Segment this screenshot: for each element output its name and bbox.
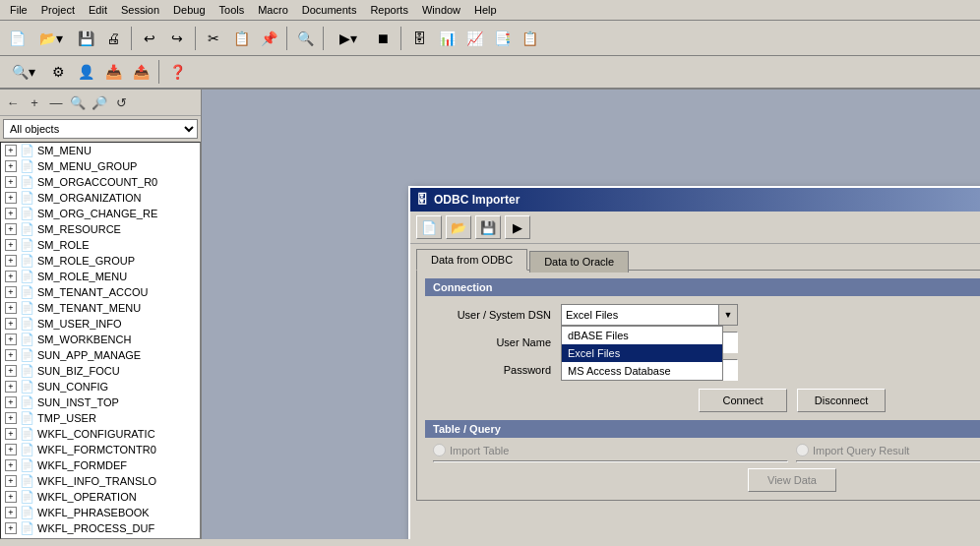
import-query-listbox[interactable] bbox=[796, 460, 980, 462]
dialog-open-btn[interactable]: 📂 bbox=[446, 215, 471, 239]
list-item[interactable]: +📄WKFL_PHRASEBOOK bbox=[1, 505, 200, 520]
dialog-run-btn[interactable]: ▶ bbox=[505, 215, 530, 239]
panel-search-btn[interactable]: 🔍 bbox=[68, 92, 88, 112]
panel-filter-btn[interactable]: 🔎 bbox=[90, 92, 109, 112]
option-access[interactable]: MS Access Database bbox=[562, 362, 722, 380]
list-item[interactable]: +📄SM_WORKBENCH bbox=[1, 332, 200, 347]
stop-button[interactable]: ⏹ bbox=[370, 26, 396, 51]
list-item[interactable]: +📄WKFL_CONFIGURATIC bbox=[1, 426, 200, 442]
tree-toggle[interactable]: + bbox=[5, 381, 17, 393]
list-item[interactable]: +📄SM_USER_INFO bbox=[1, 316, 200, 332]
tree-toggle[interactable]: + bbox=[5, 412, 17, 424]
tree-toggle[interactable]: + bbox=[5, 160, 17, 172]
panel-remove-btn[interactable]: — bbox=[46, 92, 66, 112]
dialog-save-btn[interactable]: 💾 bbox=[475, 215, 501, 239]
list-item[interactable]: +📄SUN_CONFIG bbox=[1, 379, 200, 394]
list-item[interactable]: +📄SM_RESOURCE bbox=[1, 221, 200, 237]
tree-toggle[interactable]: + bbox=[5, 459, 17, 471]
tab-data-to-oracle[interactable]: Data to Oracle bbox=[529, 251, 629, 273]
undo-button[interactable]: ↩ bbox=[137, 26, 162, 51]
tree-toggle[interactable]: + bbox=[5, 475, 17, 487]
menu-edit[interactable]: Edit bbox=[83, 2, 113, 18]
tree-toggle[interactable]: + bbox=[5, 522, 17, 534]
cut-button[interactable]: ✂ bbox=[201, 26, 226, 51]
menu-tools[interactable]: Tools bbox=[214, 2, 251, 18]
new-button[interactable]: 📄 bbox=[4, 26, 30, 51]
db-tool1[interactable]: 🗄 bbox=[406, 26, 432, 51]
menu-macro[interactable]: Macro bbox=[252, 2, 294, 18]
list-item[interactable]: +📄SM_ORG_CHANGE_RE bbox=[1, 206, 200, 221]
panel-refresh-btn[interactable]: ↺ bbox=[111, 92, 131, 112]
list-item[interactable]: +📄SM_MENU_GROUP bbox=[1, 158, 200, 174]
tree-toggle[interactable]: + bbox=[5, 396, 17, 408]
tree-toggle[interactable]: + bbox=[5, 491, 17, 503]
list-item[interactable]: +📄WKFL_FORMDEF bbox=[1, 457, 200, 473]
menu-reports[interactable]: Reports bbox=[364, 2, 414, 18]
tree-toggle[interactable]: + bbox=[5, 255, 17, 267]
list-item[interactable]: +📄SM_ROLE_GROUP bbox=[1, 253, 200, 269]
tree-toggle[interactable]: + bbox=[5, 286, 17, 298]
list-item[interactable]: +📄WKFL_FORMCTONTR0 bbox=[1, 442, 200, 457]
db-tool5[interactable]: 📋 bbox=[517, 26, 542, 51]
objects-list[interactable]: +📄SM_MENU +📄SM_MENU_GROUP +📄SM_ORGACCOUN… bbox=[0, 142, 201, 539]
run-dropdown[interactable]: ▶▾ bbox=[329, 26, 368, 51]
menu-project[interactable]: Project bbox=[35, 2, 81, 18]
redo-button[interactable]: ↪ bbox=[164, 26, 190, 51]
open-button[interactable]: 📂▾ bbox=[31, 26, 71, 51]
save-button[interactable]: 💾 bbox=[73, 26, 98, 51]
paste-button[interactable]: 📌 bbox=[256, 26, 281, 51]
tree-toggle[interactable]: + bbox=[5, 192, 17, 204]
settings-btn[interactable]: ⚙ bbox=[45, 59, 71, 85]
help-btn[interactable]: ❓ bbox=[164, 59, 190, 85]
objects-dropdown[interactable]: All objects bbox=[3, 119, 198, 139]
list-item[interactable]: +📄SM_ROLE bbox=[1, 237, 200, 253]
list-item[interactable]: +📄WKFL_OPERATION bbox=[1, 489, 200, 505]
tree-toggle[interactable]: + bbox=[5, 302, 17, 314]
view-data-button[interactable]: View Data bbox=[748, 468, 836, 492]
search-btn[interactable]: 🔍▾ bbox=[4, 59, 43, 85]
list-item[interactable]: +📄SM_ROLE_MENU bbox=[1, 269, 200, 284]
dsn-dropdown-list[interactable]: dBASE Files Excel Files MS Access Databa… bbox=[561, 326, 723, 381]
import-query-radio[interactable] bbox=[796, 444, 809, 456]
menu-help[interactable]: Help bbox=[468, 2, 503, 18]
import-table-listbox[interactable] bbox=[433, 460, 788, 462]
export-btn[interactable]: 📤 bbox=[128, 59, 153, 85]
dialog-new-btn[interactable]: 📄 bbox=[416, 215, 442, 239]
list-item[interactable]: +📄SM_MENU bbox=[1, 143, 200, 158]
tree-toggle[interactable]: + bbox=[5, 507, 17, 518]
list-item[interactable]: +📄SUN_BIZ_FOCU bbox=[1, 363, 200, 379]
tab-data-from-odbc[interactable]: Data from ODBC bbox=[416, 249, 527, 271]
copy-button[interactable]: 📋 bbox=[228, 26, 254, 51]
import-btn[interactable]: 📥 bbox=[100, 59, 126, 85]
tree-toggle[interactable]: + bbox=[5, 271, 17, 282]
tree-toggle[interactable]: + bbox=[5, 145, 17, 156]
tree-toggle[interactable]: + bbox=[5, 176, 17, 188]
list-item[interactable]: +📄WKFL_INFO_TRANSLO bbox=[1, 473, 200, 489]
tree-toggle[interactable]: + bbox=[5, 428, 17, 440]
list-item[interactable]: +📄SM_ORGACCOUNT_R0 bbox=[1, 174, 200, 190]
print-button[interactable]: 🖨 bbox=[100, 26, 126, 51]
menu-session[interactable]: Session bbox=[115, 2, 165, 18]
option-dbase[interactable]: dBASE Files bbox=[562, 327, 722, 344]
panel-back-btn[interactable]: ← bbox=[3, 92, 23, 112]
tree-toggle[interactable]: + bbox=[5, 239, 17, 251]
db-tool3[interactable]: 📈 bbox=[461, 26, 487, 51]
list-item[interactable]: +📄SUN_APP_MANAGE bbox=[1, 347, 200, 363]
list-item[interactable]: +📄SUN_INST_TOP bbox=[1, 394, 200, 410]
tree-toggle[interactable]: + bbox=[5, 349, 17, 361]
menu-documents[interactable]: Documents bbox=[296, 2, 363, 18]
menu-window[interactable]: Window bbox=[416, 2, 466, 18]
tree-toggle[interactable]: + bbox=[5, 365, 17, 377]
user-btn[interactable]: 👤 bbox=[73, 59, 98, 85]
panel-add-btn[interactable]: + bbox=[25, 92, 44, 112]
import-table-radio[interactable] bbox=[433, 444, 446, 456]
db-tool2[interactable]: 📊 bbox=[434, 26, 459, 51]
disconnect-button[interactable]: Disconnect bbox=[797, 389, 886, 412]
dsn-select-display[interactable]: Excel Files bbox=[561, 304, 723, 326]
list-item[interactable]: +📄WKFL_PROCESS_DUF bbox=[1, 520, 200, 536]
db-tool4[interactable]: 📑 bbox=[489, 26, 515, 51]
list-item[interactable]: +📄SM_ORGANIZATION bbox=[1, 190, 200, 206]
tree-toggle[interactable]: + bbox=[5, 444, 17, 455]
tree-toggle[interactable]: + bbox=[5, 318, 17, 330]
connect-button[interactable]: Connect bbox=[699, 389, 787, 412]
